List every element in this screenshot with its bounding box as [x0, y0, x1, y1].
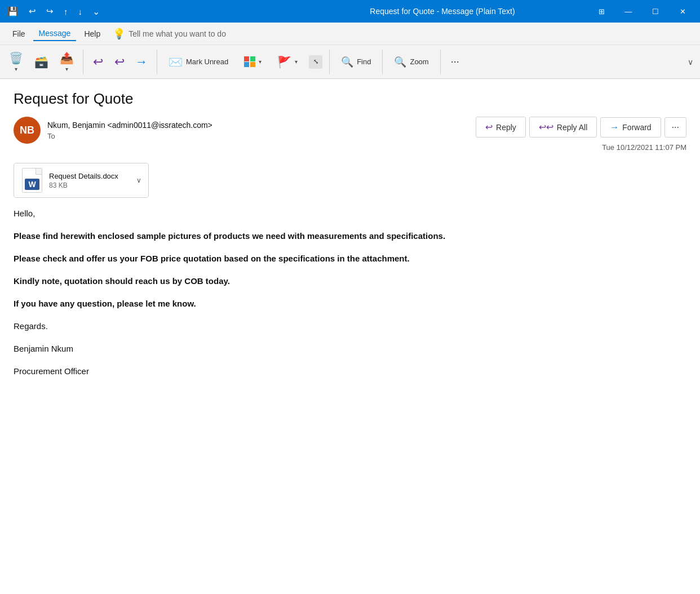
reply-all-button[interactable]: ↩↩ Reply All [529, 117, 597, 138]
title-bar-left: 💾 ↩ ↪ ↑ ↓ ⌄ [5, 5, 296, 18]
categories-dropdown-arrow: ▾ [259, 59, 262, 65]
lightbulb-icon: 💡 [113, 28, 125, 40]
minimize-button[interactable]: — [615, 3, 641, 20]
delete-button[interactable]: 🗑️ ▾ [5, 47, 28, 77]
sender-to: To [47, 132, 212, 140]
separator-3 [329, 50, 330, 74]
move-dropdown-arrow: ▾ [65, 66, 68, 72]
delete-group: 🗑️ ▾ [5, 47, 28, 77]
body-line-3: Kindly note, quotation should reach us b… [14, 274, 686, 288]
menu-bar: File Message Help 💡 Tell me what you wan… [0, 23, 700, 45]
find-button[interactable]: 🔍 Find [334, 52, 378, 72]
sender-details: Nkum, Benjamin <admin0011@issratech.com>… [47, 121, 212, 140]
categories-button[interactable]: ▾ [237, 52, 268, 72]
find-icon: 🔍 [341, 56, 353, 68]
maximize-button[interactable]: ☐ [643, 3, 668, 20]
attachment-size: 83 KB [49, 181, 118, 189]
resize-icon[interactable]: ⤡ [309, 55, 322, 69]
reply-icon: ↩ [485, 122, 493, 132]
redo-button[interactable]: ↩ [109, 47, 130, 77]
up-icon[interactable]: ↑ [61, 6, 71, 17]
body-line-2: Please check and offer us your FOB price… [14, 252, 686, 265]
forward-button[interactable]: → Forward [600, 117, 661, 138]
body-line-1: Please find herewith enclosed sample pic… [14, 229, 686, 243]
email-body: Hello, Please find herewith enclosed sam… [14, 207, 686, 378]
ribbon: 🗑️ ▾ 🗃️ 📤 ▾ ↩ ↩ → ✉️ Mark Unread [0, 45, 700, 79]
body-name: Benjamin Nkum [14, 342, 686, 356]
separator-4 [382, 50, 383, 74]
menu-file[interactable]: File [7, 27, 31, 41]
undo-icon[interactable]: ↩ [26, 5, 39, 17]
reply-label: Reply [496, 123, 516, 132]
word-logo: W [25, 179, 39, 190]
email-container: Request for Quote NB Nkum, Benjamin <adm… [0, 79, 700, 594]
reply-all-icon: ↩↩ [539, 122, 553, 132]
redo-icon[interactable]: ↪ [43, 5, 56, 17]
expand-toolbar-icon[interactable]: ⌄ [90, 5, 103, 18]
ribbon-collapse-chevron[interactable]: ∨ [685, 55, 695, 69]
search-label[interactable]: Tell me what you want to do [129, 29, 226, 38]
word-icon: W [21, 168, 43, 193]
zoom-icon: 🔍 [394, 56, 406, 68]
separator-5 [440, 50, 441, 74]
delete-icon: 🗑️ [9, 51, 23, 65]
attachment-item[interactable]: W Request Details.docx 83 KB ∨ [14, 163, 149, 198]
mark-unread-button[interactable]: ✉️ Mark Unread [162, 52, 235, 72]
sender-name: Nkum, Benjamin <admin0011@issratech.com> [47, 121, 212, 130]
flag-icon: 🚩 [277, 55, 291, 69]
archive-icon: 🗃️ [34, 55, 48, 69]
undo-arrow-icon: ↩ [93, 55, 103, 69]
window-title: Request for Quote - Message (Plain Text) [296, 7, 588, 16]
forward-icon: → [610, 122, 619, 132]
email-date: Tue 10/12/2021 11:07 PM [602, 143, 686, 152]
flag-dropdown-arrow: ▾ [295, 59, 298, 65]
body-regards: Regards. [14, 320, 686, 333]
zoom-button[interactable]: 🔍 Zoom [387, 52, 435, 72]
nav-group: ↩ ↩ → [88, 47, 152, 77]
more-actions-button[interactable]: ··· [664, 117, 686, 138]
forward-label: Forward [622, 123, 651, 132]
move-icon: 📤 [60, 51, 74, 65]
redo-arrow-icon: ↩ [114, 55, 125, 69]
mark-unread-label: Mark Unread [186, 57, 228, 66]
title-bar: 💾 ↩ ↪ ↑ ↓ ⌄ Request for Quote - Message … [0, 0, 700, 23]
undo-button[interactable]: ↩ [88, 47, 108, 77]
categories-icon [244, 56, 255, 68]
mark-unread-icon: ✉️ [169, 55, 183, 69]
save-icon[interactable]: 💾 [5, 5, 21, 18]
body-title: Procurement Officer [14, 365, 686, 378]
menu-message[interactable]: Message [33, 26, 77, 41]
reply-all-label: Reply All [557, 123, 587, 132]
zoom-label: Zoom [410, 57, 428, 66]
attachment-area: W Request Details.docx 83 KB ∨ [14, 163, 686, 198]
down-icon[interactable]: ↓ [76, 6, 86, 17]
close-button[interactable]: ✕ [670, 3, 695, 20]
move-button[interactable]: 📤 ▾ [55, 47, 78, 77]
sender-info: NB Nkum, Benjamin <admin0011@issratech.c… [14, 117, 212, 144]
restore-button[interactable]: ⊞ [588, 3, 614, 20]
email-actions-wrapper: ↩ Reply ↩↩ Reply All → Forward ··· Tue 1… [476, 117, 686, 152]
window-controls: ⊞ — ☐ ✕ [588, 3, 695, 20]
forward-inline-icon: → [135, 55, 148, 69]
avatar: NB [14, 117, 41, 144]
email-actions: ↩ Reply ↩↩ Reply All → Forward ··· [476, 117, 686, 138]
find-label: Find [357, 57, 371, 66]
body-greeting: Hello, [14, 207, 686, 220]
body-line-4: If you have any question, please let me … [14, 297, 686, 311]
attachment-name: Request Details.docx [49, 172, 118, 180]
email-subject: Request for Quote [14, 90, 686, 108]
follow-up-button[interactable]: 🚩 ▾ [271, 52, 304, 72]
email-header: NB Nkum, Benjamin <admin0011@issratech.c… [14, 117, 686, 152]
attachment-details: Request Details.docx 83 KB [49, 172, 118, 189]
attachment-dropdown-arrow[interactable]: ∨ [136, 176, 141, 184]
delete-dropdown-arrow: ▾ [15, 66, 17, 72]
forward-inline-button[interactable]: → [131, 47, 152, 77]
archive-button[interactable]: 🗃️ [30, 47, 53, 77]
ribbon-more-button[interactable]: ··· [445, 54, 465, 70]
menu-help[interactable]: Help [78, 27, 106, 41]
reply-button[interactable]: ↩ Reply [476, 117, 526, 138]
separator-2 [157, 50, 157, 74]
separator-1 [83, 50, 83, 74]
search-area[interactable]: 💡 Tell me what you want to do [113, 28, 226, 40]
